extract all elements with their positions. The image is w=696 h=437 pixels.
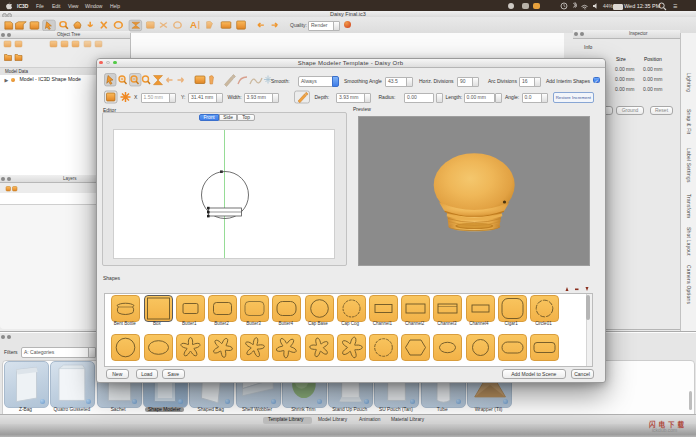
svg-text:A: A: [190, 21, 198, 30]
